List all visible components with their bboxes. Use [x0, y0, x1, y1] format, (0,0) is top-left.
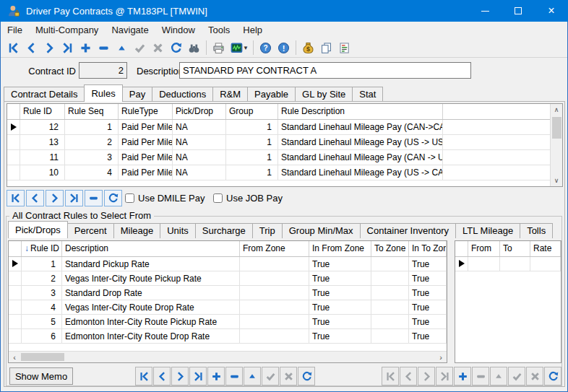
cancel-icon[interactable] — [149, 39, 167, 56]
menu-help[interactable]: Help — [236, 22, 269, 38]
find-icon[interactable] — [185, 39, 203, 56]
tab-contract-details[interactable]: Contract Details — [4, 87, 85, 102]
table-row[interactable]: 12 1 Paid Per Mile NA 1 Standard Linehau… — [7, 120, 562, 135]
column-header[interactable]: From — [468, 241, 500, 256]
tab-container-inventory[interactable]: Container Inventory — [360, 223, 456, 238]
menu-navigate[interactable]: Navigate — [105, 22, 155, 38]
add-record-button[interactable] — [454, 367, 471, 386]
save-button[interactable] — [508, 367, 525, 386]
first-record-icon[interactable] — [4, 39, 22, 56]
tab-payable[interactable]: Payable — [247, 87, 296, 102]
tab-tolls[interactable]: Tolls — [520, 223, 553, 238]
column-header[interactable]: Rule Seq — [65, 104, 119, 119]
refresh-icon[interactable] — [167, 39, 185, 56]
memo-report-icon[interactable] — [335, 39, 353, 56]
menu-window[interactable]: Window — [155, 22, 202, 38]
scroll-down-icon[interactable]: ∨ — [551, 175, 562, 186]
refresh-button[interactable] — [298, 367, 315, 386]
table-row[interactable]: 13 2 Paid Per Mile NA 1 Standard Linehau… — [7, 135, 562, 150]
next-record-button[interactable] — [418, 367, 435, 386]
column-header[interactable]: To Zone — [371, 241, 409, 256]
tab-percent[interactable]: Percent — [67, 223, 114, 238]
last-record-button[interactable] — [436, 367, 453, 386]
table-row[interactable]: 11 3 Paid Per Mile NA 1 Standard Linehau… — [7, 150, 562, 165]
next-record-button[interactable] — [46, 190, 64, 206]
table-row[interactable]: 5 Edmonton Inter-City Route Pickup Rate … — [9, 315, 447, 329]
column-header[interactable]: Group — [226, 104, 278, 119]
prior-record-icon[interactable] — [22, 39, 40, 56]
table-row[interactable]: 2 Vegas Inter-City Route Pickup Rate Tru… — [9, 271, 447, 286]
tab-rules[interactable]: Rules — [84, 84, 122, 102]
maximize-button[interactable] — [502, 0, 535, 22]
refresh-button[interactable] — [544, 367, 561, 386]
close-button[interactable]: × — [535, 0, 568, 22]
tab-trip[interactable]: Trip — [252, 223, 283, 238]
horizontal-scrollbar[interactable]: ‹ › — [9, 351, 447, 362]
last-record-icon[interactable] — [59, 39, 77, 56]
first-record-button[interactable] — [7, 190, 25, 206]
prior-record-button[interactable] — [153, 367, 171, 386]
cancel-button[interactable] — [526, 367, 543, 386]
tab-deductions[interactable]: Deductions — [152, 87, 213, 102]
scroll-right-icon[interactable]: › — [435, 352, 447, 362]
print-icon[interactable] — [210, 39, 228, 56]
tab-group-min-max[interactable]: Group Min/Max — [282, 223, 361, 238]
tab-mileage[interactable]: Mileage — [113, 223, 161, 238]
driver-pay-icon[interactable] — [299, 39, 317, 56]
first-record-button[interactable] — [382, 367, 399, 386]
refresh-button[interactable] — [104, 190, 122, 206]
table-row[interactable]: 1 Standard Pickup Rate True True — [9, 257, 447, 271]
table-row[interactable]: 4 Vegas Inter-City Route Drop Rate True … — [9, 300, 447, 315]
last-record-button[interactable] — [65, 190, 83, 206]
prior-record-button[interactable] — [400, 367, 417, 386]
move-up-button[interactable] — [244, 367, 261, 386]
vertical-scrollbar[interactable]: ∧ ∨ — [550, 104, 562, 186]
move-up-icon[interactable] — [113, 39, 131, 56]
tab-rm[interactable]: R&M — [212, 87, 248, 102]
description-field[interactable] — [179, 62, 471, 79]
terminal-dropdown-icon[interactable]: ▼ — [243, 45, 249, 51]
column-header[interactable]: Rule ID — [20, 104, 65, 119]
column-header[interactable]: To — [500, 241, 530, 256]
table-row[interactable]: 3 Standard Drop Rate True True — [9, 286, 447, 300]
first-record-button[interactable] — [135, 367, 152, 386]
table-row[interactable] — [455, 257, 561, 271]
show-memo-button[interactable]: Show Memo — [9, 367, 73, 385]
column-header[interactable]: Rule Description — [278, 104, 443, 119]
tab-pay[interactable]: Pay — [122, 87, 152, 102]
menu-multi-company[interactable]: Multi-Company — [29, 22, 105, 38]
contract-id-field[interactable] — [79, 62, 127, 79]
column-header[interactable]: Rate — [530, 241, 561, 256]
scrollbar-thumb[interactable] — [21, 353, 64, 361]
last-record-button[interactable] — [189, 367, 207, 386]
column-header[interactable]: RuleType — [119, 104, 173, 119]
use-dmile-pay-checkbox[interactable] — [125, 193, 134, 203]
tab-pick-drops[interactable]: Pick/Drops — [8, 221, 68, 238]
scrollbar-thumb[interactable] — [552, 117, 561, 139]
prior-record-button[interactable] — [26, 190, 44, 206]
tab-surcharge[interactable]: Surcharge — [195, 223, 253, 238]
save-button[interactable] — [262, 367, 279, 386]
add-record-icon[interactable] — [77, 39, 95, 56]
copy-icon[interactable] — [317, 39, 335, 56]
tab-stat[interactable]: Stat — [352, 87, 383, 102]
help-icon[interactable] — [257, 39, 275, 56]
tab-ltl-mileage[interactable]: LTL Mileage — [455, 223, 520, 238]
delete-record-button[interactable] — [225, 367, 243, 386]
column-header[interactable]: Pick/Drop — [173, 104, 226, 119]
use-job-pay-checkbox[interactable] — [213, 193, 223, 203]
delete-record-icon[interactable] — [95, 39, 113, 56]
column-header-sorted[interactable]: ↓Rule ID — [22, 241, 62, 256]
next-record-icon[interactable] — [40, 39, 59, 56]
table-row[interactable]: 6 Edmonton Inter-City Route Drop Rate Tr… — [9, 329, 447, 344]
column-header[interactable]: In From Zone — [309, 241, 371, 256]
table-row[interactable]: 10 4 Paid Per Mile NA 1 Standard Linehau… — [7, 165, 562, 180]
delete-record-button[interactable] — [85, 190, 103, 206]
minimize-button[interactable] — [468, 0, 502, 22]
scroll-left-icon[interactable]: ‹ — [9, 352, 20, 362]
next-record-button[interactable] — [171, 367, 189, 386]
info-icon[interactable] — [275, 39, 293, 56]
scroll-up-icon[interactable]: ∧ — [551, 104, 562, 116]
save-icon[interactable] — [131, 39, 149, 56]
add-record-button[interactable] — [207, 367, 225, 386]
